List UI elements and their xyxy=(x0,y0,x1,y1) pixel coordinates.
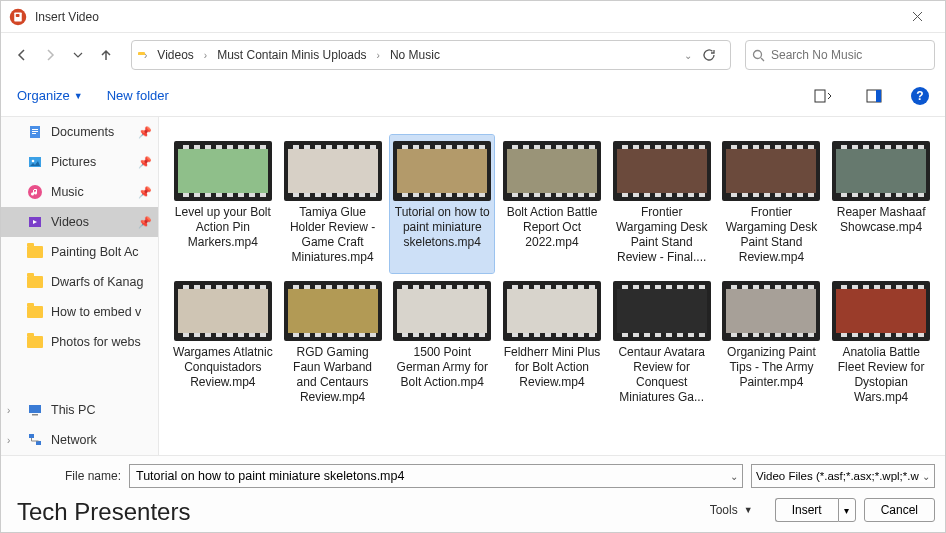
folder-icon xyxy=(27,244,43,260)
recent-dropdown[interactable] xyxy=(67,44,89,66)
sidebar-item-label: Painting Bolt Ac xyxy=(51,245,139,259)
sidebar-item[interactable]: Documents📌 xyxy=(1,117,158,147)
chevron-down-icon[interactable]: ⌄ xyxy=(919,471,930,482)
back-button[interactable] xyxy=(11,44,33,66)
file-name: Anatolia Battle Fleet Review for Dystopi… xyxy=(831,345,931,405)
app-icon xyxy=(9,8,27,26)
file-item[interactable]: Tutorial on how to paint miniature skele… xyxy=(390,135,494,273)
view-mode-button[interactable] xyxy=(811,85,837,107)
sidebar-item-label: Music xyxy=(51,185,84,199)
pin-icon: 📌 xyxy=(138,186,150,199)
expand-icon[interactable]: › xyxy=(7,435,10,446)
svg-rect-2 xyxy=(16,14,20,17)
tools-menu[interactable]: Tools▼ xyxy=(710,503,753,517)
file-item[interactable]: Feldherr Mini Plus for Bolt Action Revie… xyxy=(500,275,604,413)
video-thumbnail xyxy=(832,281,930,341)
video-thumbnail xyxy=(393,281,491,341)
video-thumbnail xyxy=(174,281,272,341)
file-name: Centaur Avatara Review for Conquest Mini… xyxy=(612,345,712,405)
window-title: Insert Video xyxy=(35,10,99,24)
file-item[interactable]: Tamiya Glue Holder Review - Game Craft M… xyxy=(281,135,385,273)
music-icon xyxy=(27,184,43,200)
svg-rect-9 xyxy=(32,131,38,132)
filetype-dropdown[interactable]: Video Files (*.asf;*.asx;*.wpl;*.w⌄ xyxy=(751,464,935,488)
sidebar-item[interactable]: ›Network xyxy=(1,425,158,455)
file-name: Wargames Atlatnic Conquistadors Review.m… xyxy=(173,345,273,390)
file-name: Reaper Mashaaf Showcase.mp4 xyxy=(831,205,931,235)
folder-icon xyxy=(27,304,43,320)
sidebar-item[interactable]: Painting Bolt Ac xyxy=(1,237,158,267)
insert-dropdown[interactable]: ▾ xyxy=(838,498,856,522)
sidebar-item-label: Videos xyxy=(51,215,89,229)
video-thumbnail xyxy=(722,281,820,341)
video-thumbnail xyxy=(722,141,820,201)
svg-rect-16 xyxy=(32,414,38,416)
breadcrumb[interactable]: No Music xyxy=(386,46,444,64)
pin-icon: 📌 xyxy=(138,156,150,169)
file-item[interactable]: Centaur Avatara Review for Conquest Mini… xyxy=(610,275,714,413)
organize-menu[interactable]: Organize▼ xyxy=(17,88,83,103)
video-icon xyxy=(27,214,43,230)
file-item[interactable]: RGD Gaming Faun Warband and Centaurs Rev… xyxy=(281,275,385,413)
video-thumbnail xyxy=(174,141,272,201)
footer: File name: Tutorial on how to paint mini… xyxy=(1,455,945,532)
search-input[interactable] xyxy=(771,48,928,62)
body: Documents📌Pictures📌Music📌Videos📌Painting… xyxy=(1,117,945,455)
refresh-button[interactable] xyxy=(702,48,724,62)
breadcrumb[interactable]: Videos xyxy=(153,46,197,64)
file-name: 1500 Point German Army for Bolt Action.m… xyxy=(392,345,492,390)
file-item[interactable]: Bolt Action Battle Report Oct 2022.mp4 xyxy=(500,135,604,273)
pc-icon xyxy=(27,402,43,418)
sidebar-item-label: Documents xyxy=(51,125,114,139)
file-item[interactable]: Reaper Mashaaf Showcase.mp4 xyxy=(829,135,933,273)
sidebar-item-label: Pictures xyxy=(51,155,96,169)
cancel-button[interactable]: Cancel xyxy=(864,498,935,522)
sidebar-item-label: How to embed v xyxy=(51,305,141,319)
sidebar-item[interactable]: ›This PC xyxy=(1,395,158,425)
file-name: Bolt Action Battle Report Oct 2022.mp4 xyxy=(502,205,602,250)
file-item[interactable]: Frontier Wargaming Desk Paint Stand Revi… xyxy=(720,135,824,273)
video-thumbnail xyxy=(503,281,601,341)
chevron-down-icon[interactable]: ⌄ xyxy=(730,471,738,482)
sidebar-item[interactable]: Pictures📌 xyxy=(1,147,158,177)
sidebar-item[interactable]: How to embed v xyxy=(1,297,158,327)
toolbar: Organize▼ New folder ? xyxy=(1,77,945,117)
insert-button[interactable]: Insert ▾ xyxy=(775,498,856,522)
help-button[interactable]: ? xyxy=(911,87,929,105)
sidebar-item[interactable]: Music📌 xyxy=(1,177,158,207)
file-item[interactable]: Frontier Wargaming Desk Paint Stand Revi… xyxy=(610,135,714,273)
file-item[interactable]: Organizing Paint Tips - The Army Painter… xyxy=(720,275,824,413)
file-item[interactable]: Wargames Atlatnic Conquistadors Review.m… xyxy=(171,275,275,413)
sidebar-item[interactable]: Videos📌 xyxy=(1,207,158,237)
file-name: Organizing Paint Tips - The Army Painter… xyxy=(722,345,822,390)
file-name: Level up your Bolt Action Pin Markers.mp… xyxy=(173,205,273,250)
preview-pane-button[interactable] xyxy=(861,85,887,107)
close-button[interactable] xyxy=(897,3,937,31)
sidebar-item[interactable]: Photos for webs xyxy=(1,327,158,357)
svg-rect-6 xyxy=(876,90,881,102)
address-dropdown[interactable]: ⌄ xyxy=(680,50,696,61)
video-thumbnail xyxy=(503,141,601,201)
breadcrumb[interactable]: Must Contain Minis Uploads xyxy=(213,46,370,64)
new-folder-button[interactable]: New folder xyxy=(107,88,169,103)
search-box[interactable] xyxy=(745,40,935,70)
svg-rect-10 xyxy=(32,133,36,134)
sidebar-item-label: Photos for webs xyxy=(51,335,141,349)
video-thumbnail xyxy=(284,281,382,341)
file-item[interactable]: 1500 Point German Army for Bolt Action.m… xyxy=(390,275,494,413)
sidebar: Documents📌Pictures📌Music📌Videos📌Painting… xyxy=(1,117,159,455)
forward-button[interactable] xyxy=(39,44,61,66)
file-item[interactable]: Level up your Bolt Action Pin Markers.mp… xyxy=(171,135,275,273)
sidebar-item[interactable]: Dwarfs of Kanag xyxy=(1,267,158,297)
address-bar[interactable]: › Videos › Must Contain Minis Uploads › … xyxy=(131,40,731,70)
folder-icon xyxy=(27,334,43,350)
titlebar: Insert Video xyxy=(1,1,945,33)
filename-field[interactable]: Tutorial on how to paint miniature skele… xyxy=(129,464,743,488)
file-name: Frontier Wargaming Desk Paint Stand Revi… xyxy=(612,205,712,265)
up-button[interactable] xyxy=(95,44,117,66)
svg-rect-8 xyxy=(32,129,38,130)
file-item[interactable]: Anatolia Battle Fleet Review for Dystopi… xyxy=(829,275,933,413)
sidebar-item-label: This PC xyxy=(51,403,95,417)
svg-point-3 xyxy=(754,50,762,58)
expand-icon[interactable]: › xyxy=(7,405,10,416)
